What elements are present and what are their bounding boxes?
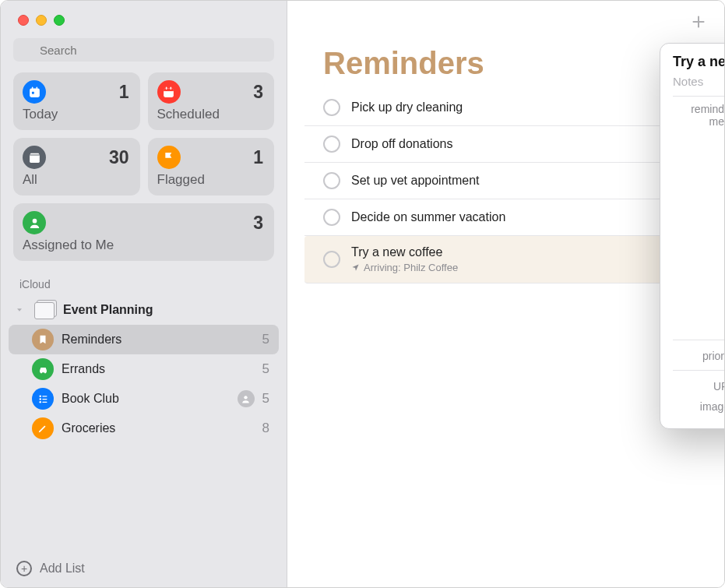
list-name: Errands <box>62 362 255 376</box>
svg-point-17 <box>39 401 41 403</box>
new-reminder-button[interactable] <box>690 13 707 33</box>
complete-toggle[interactable] <box>323 136 340 153</box>
today-label: Today <box>23 107 129 122</box>
svg-rect-9 <box>171 86 171 90</box>
list-reminders[interactable]: Reminders 5 <box>9 325 279 354</box>
complete-toggle[interactable] <box>323 251 340 268</box>
svg-point-12 <box>44 371 45 373</box>
svg-rect-2 <box>30 88 40 97</box>
list-name: Groceries <box>62 421 255 435</box>
search-input[interactable] <box>13 38 274 62</box>
svg-point-11 <box>40 371 41 373</box>
svg-rect-4 <box>36 86 37 90</box>
svg-point-15 <box>39 398 41 400</box>
chevron-down-icon <box>15 306 24 314</box>
list-icon <box>32 388 54 410</box>
reminder-row[interactable]: Drop off donations <box>304 126 707 163</box>
assigned-label: Assigned to Me <box>23 238 263 253</box>
window-controls <box>1 1 287 38</box>
scheduled-icon <box>157 80 181 104</box>
all-icon <box>23 146 46 169</box>
reminder-text: Drop off donations <box>351 137 452 151</box>
smart-scheduled[interactable]: 3 Scheduled <box>148 72 275 130</box>
svg-rect-3 <box>31 86 32 90</box>
notes-field[interactable]: Notes <box>673 72 725 97</box>
account-label: iCloud <box>1 261 287 295</box>
smart-assigned[interactable]: 3 Assigned to Me <box>13 203 274 261</box>
reminder-text: Decide on summer vacation <box>351 210 505 224</box>
complete-toggle[interactable] <box>323 172 340 189</box>
today-icon <box>23 80 46 104</box>
assigned-count: 3 <box>253 213 263 234</box>
svg-point-13 <box>39 395 41 397</box>
list-errands[interactable]: Errands 5 <box>9 354 279 384</box>
group-icon <box>32 300 55 320</box>
reminder-row[interactable]: Pick up dry cleaning <box>304 90 707 126</box>
reminders-list: Pick up dry cleaning Drop off donations … <box>287 90 724 283</box>
smart-flagged[interactable]: 1 Flagged <box>148 138 275 195</box>
list-group-event-planning[interactable]: Event Planning <box>9 295 279 325</box>
list-name: Book Club <box>62 392 230 406</box>
svg-rect-16 <box>42 398 47 399</box>
flagged-label: Flagged <box>157 172 264 188</box>
reminder-row[interactable]: Set up vet appointment <box>304 163 707 199</box>
remind-me-label: remind me <box>673 101 724 128</box>
group-name: Event Planning <box>63 303 269 317</box>
list-count: 5 <box>262 391 269 407</box>
list-book-club[interactable]: Book Club 5 <box>9 384 279 414</box>
minimize-window-button[interactable] <box>36 15 47 26</box>
pencil-icon <box>32 417 54 439</box>
reminder-row[interactable]: Decide on summer vacation <box>304 199 707 236</box>
svg-rect-8 <box>166 86 167 90</box>
add-list-button[interactable]: + Add List <box>1 551 287 587</box>
car-icon <box>32 358 54 380</box>
complete-toggle[interactable] <box>323 209 340 226</box>
close-window-button[interactable] <box>18 15 29 26</box>
all-count: 30 <box>109 147 129 168</box>
today-count: 1 <box>119 82 129 103</box>
details-popover: Try a new coffee Notes remind me On a Da… <box>660 43 725 429</box>
url-label: URL <box>673 379 725 393</box>
smart-all[interactable]: 30 All <box>13 138 140 195</box>
shared-icon <box>238 390 255 407</box>
svg-point-10 <box>32 218 37 223</box>
smart-today[interactable]: 1 Today <box>13 72 140 130</box>
add-list-label: Add List <box>40 562 85 576</box>
plus-icon: + <box>16 561 32 576</box>
list-count: 8 <box>262 421 269 436</box>
zoom-window-button[interactable] <box>54 15 65 26</box>
list-count: 5 <box>262 361 269 377</box>
reminder-subtitle: Arriving: Philz Coffee <box>351 262 458 273</box>
list-name: Reminders <box>62 333 255 347</box>
reminder-text: Set up vet appointment <box>351 174 480 188</box>
svg-rect-14 <box>42 396 47 396</box>
details-title[interactable]: Try a new coffee <box>673 54 725 70</box>
reminder-row-active[interactable]: Try a new coffee Arriving: Philz Coffee … <box>304 236 707 283</box>
priority-label: priority <box>673 348 725 362</box>
list-groceries[interactable]: Groceries 8 <box>9 414 279 443</box>
complete-toggle[interactable] <box>323 99 340 116</box>
list-count: 5 <box>262 332 269 347</box>
scheduled-count: 3 <box>253 82 263 103</box>
svg-point-19 <box>244 396 247 399</box>
all-label: All <box>23 172 129 188</box>
svg-rect-18 <box>42 401 47 402</box>
svg-rect-5 <box>31 91 33 93</box>
reminder-text: Try a new coffee <box>351 245 458 259</box>
sidebar: 1 Today 3 Scheduled 30 All <box>1 1 287 587</box>
assigned-icon <box>23 211 46 234</box>
main: Reminders 5 Pick up dry cleaning Drop of… <box>287 1 724 587</box>
flagged-icon <box>157 146 181 169</box>
svg-rect-7 <box>164 88 174 91</box>
reminder-text: Pick up dry cleaning <box>351 100 463 114</box>
images-label: images <box>673 399 725 413</box>
lists: Event Planning Reminders 5 Errands 5 Boo… <box>1 295 287 443</box>
flagged-count: 1 <box>253 147 263 168</box>
scheduled-label: Scheduled <box>157 107 264 122</box>
smart-lists: 1 Today 3 Scheduled 30 All <box>1 72 287 261</box>
page-title: Reminders <box>323 46 484 81</box>
bookmark-icon <box>32 329 54 350</box>
